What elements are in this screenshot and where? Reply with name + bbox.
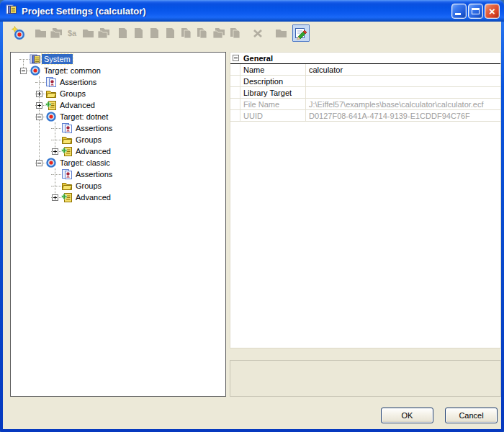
- tree-item-label[interactable]: Groups: [58, 89, 88, 99]
- tree-item-label[interactable]: Assertions: [73, 169, 114, 179]
- folder-icon-2: [81, 26, 95, 40]
- tree-item-label[interactable]: Groups: [73, 135, 104, 145]
- collapse-node-icon[interactable]: [36, 160, 42, 166]
- minimize-button[interactable]: [451, 4, 467, 19]
- tree-item-label[interactable]: Target: common: [42, 66, 103, 76]
- rename-icon: $a: [65, 26, 79, 40]
- doc-icon-5: [179, 26, 193, 40]
- tree-item-label[interactable]: Groups: [73, 181, 104, 191]
- property-value[interactable]: calculator: [306, 64, 500, 75]
- tree-panel: SystemTarget: commonAssertionsGroupsAdva…: [10, 52, 226, 397]
- property-row-name: Namecalculator: [230, 64, 500, 76]
- titlebar[interactable]: Project Settings (calculator) ×: [0, 0, 504, 22]
- maximize-button[interactable]: [468, 4, 483, 19]
- property-value[interactable]: [306, 76, 500, 86]
- section-title: General: [243, 54, 273, 63]
- settings-tree: SystemTarget: commonAssertionsGroupsAdva…: [11, 53, 225, 396]
- tree-item-label[interactable]: Target: dotnet: [58, 112, 110, 122]
- assertions-icon: [61, 122, 73, 134]
- minimize-icon: [455, 13, 461, 15]
- target-icon: [45, 157, 57, 168]
- tree-item-assertions[interactable]: Assertions: [11, 168, 225, 180]
- groups-icon: [61, 134, 73, 145]
- expand-node-icon[interactable]: [36, 91, 42, 97]
- ok-button[interactable]: OK: [381, 408, 433, 423]
- expand-node-icon[interactable]: [36, 102, 42, 109]
- tree-item-label[interactable]: Advanced: [58, 100, 97, 110]
- property-section-header[interactable]: General: [230, 53, 500, 64]
- property-row-description: Description: [230, 76, 500, 87]
- groups-icon: [61, 180, 73, 192]
- tree-item-groups[interactable]: Groups: [11, 134, 225, 145]
- property-name: Name: [240, 64, 306, 75]
- delete-x-icon: [251, 26, 265, 40]
- edit-pencil-icon[interactable]: [294, 26, 308, 40]
- property-row-gutter: [230, 99, 240, 109]
- description-panel: [230, 360, 501, 397]
- tree-item-advanced[interactable]: Advanced: [11, 99, 225, 111]
- folder-icon-1: [33, 26, 48, 40]
- tree-item-groups[interactable]: Groups: [11, 88, 225, 99]
- cancel-button[interactable]: Cancel: [445, 408, 498, 423]
- property-row-gutter: [230, 110, 240, 121]
- tree-item-target-common[interactable]: Target: common: [11, 65, 225, 76]
- folders-icon-1: [49, 26, 63, 40]
- window-title: Project Settings (calculator): [22, 6, 451, 17]
- tree-item-label[interactable]: Advanced: [73, 146, 113, 156]
- tree-item-advanced[interactable]: Advanced: [11, 192, 225, 203]
- collapse-node-icon[interactable]: [20, 68, 27, 74]
- property-name: Description: [240, 76, 306, 86]
- project-settings-icon: [6, 4, 17, 18]
- project-settings-window: Project Settings (calculator) × $a Syste…: [0, 0, 504, 432]
- tree-item-advanced[interactable]: Advanced: [11, 145, 225, 157]
- close-icon: ×: [485, 4, 499, 18]
- advanced-icon: [61, 192, 73, 203]
- target-icon: [30, 65, 41, 76]
- tree-item-label[interactable]: Target: classic: [58, 158, 112, 168]
- property-row-library-target: Library Target: [230, 87, 500, 99]
- doc-icon-6: [194, 26, 209, 40]
- override-icon-1: [212, 26, 226, 40]
- property-value: D0127F08-641A-4714-9139-E1CDDF94C76F: [306, 110, 500, 121]
- tree-item-label[interactable]: System: [42, 54, 73, 64]
- assertions-icon: [61, 168, 73, 180]
- tree-item-label[interactable]: Assertions: [73, 123, 114, 133]
- expand-node-icon[interactable]: [52, 148, 58, 155]
- property-row-gutter: [230, 87, 240, 98]
- target-icon: [45, 111, 57, 122]
- tree-item-assertions[interactable]: Assertions: [11, 122, 225, 134]
- client-area: $a SystemTarget: commonAssertionsGroupsA…: [3, 22, 501, 429]
- property-row-gutter: [230, 64, 240, 75]
- new-target-icon[interactable]: [12, 26, 26, 40]
- paste-icon: [274, 26, 288, 40]
- tree-item-label[interactable]: Assertions: [58, 77, 99, 87]
- override-icon-2: [228, 26, 242, 40]
- property-value: J:\Eiffel57\examples\base\calculator\cal…: [306, 99, 500, 109]
- assertions-icon: [45, 76, 57, 88]
- tree-item-system[interactable]: System: [11, 53, 225, 65]
- doc-icon-3: [147, 26, 161, 40]
- tree-item-target-classic[interactable]: Target: classic: [11, 157, 225, 168]
- expand-node-icon[interactable]: [52, 194, 58, 201]
- tree-item-label[interactable]: Advanced: [73, 192, 113, 202]
- tree-item-groups[interactable]: Groups: [11, 180, 225, 192]
- advanced-icon: [61, 145, 73, 157]
- collapse-node-icon[interactable]: [36, 114, 42, 120]
- collapse-section-icon[interactable]: [233, 55, 239, 61]
- property-name: Library Target: [240, 87, 306, 98]
- property-value[interactable]: [306, 87, 500, 98]
- property-name: File Name: [240, 99, 306, 109]
- tree-item-target-dotnet[interactable]: Target: dotnet: [11, 111, 225, 122]
- advanced-icon: [45, 99, 57, 111]
- property-row-gutter: [230, 76, 240, 86]
- property-grid: General NamecalculatorDescriptionLibrary…: [230, 52, 501, 348]
- maximize-icon: [472, 8, 480, 14]
- doc-icon-4: [163, 26, 177, 40]
- groups-icon: [45, 88, 57, 99]
- property-name: UUID: [240, 110, 306, 121]
- system-icon: [30, 53, 41, 65]
- tree-item-assertions[interactable]: Assertions: [11, 76, 225, 88]
- toolbar: $a: [3, 24, 501, 46]
- close-button[interactable]: ×: [485, 4, 500, 19]
- folders-icon-2: [96, 26, 111, 40]
